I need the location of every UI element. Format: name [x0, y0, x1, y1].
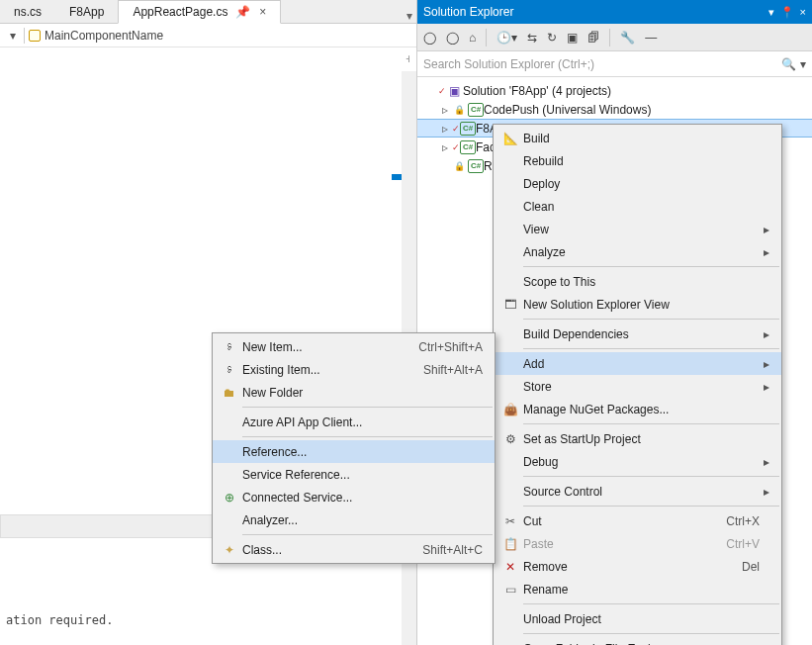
pin-icon[interactable]: 📌 [235, 5, 250, 19]
sync-icon[interactable]: ⇆ [527, 31, 537, 45]
menu-debug[interactable]: Debug▸ [494, 450, 781, 473]
navigation-bar: ▾ MainComponentName [0, 24, 416, 47]
tabbar-overflow-icon[interactable]: ▾ [406, 9, 412, 23]
chevron-right-icon: ▸ [760, 223, 769, 236]
menu-reference[interactable]: Reference... [213, 440, 495, 463]
sx-search: 🔍 ▾ [417, 51, 812, 77]
menu-builddeps[interactable]: Build Dependencies▸ [494, 322, 781, 345]
solution-label: Solution 'F8App' (4 projects) [463, 84, 611, 98]
menu-unload[interactable]: Unload Project [494, 607, 781, 630]
chevron-right-icon: ▸ [760, 455, 769, 469]
search-input[interactable] [423, 57, 777, 71]
solution-node[interactable]: ✓ ▣ Solution 'F8App' (4 projects) [417, 81, 812, 100]
lock-icon: 🔒 [454, 161, 465, 171]
expander-icon[interactable]: ▹ [439, 122, 451, 136]
collapse-icon[interactable]: ▣ [567, 31, 578, 45]
gear-icon: ⚙ [497, 432, 523, 446]
menu-newview[interactable]: 🗔New Solution Explorer View [494, 293, 781, 316]
menu-nuget[interactable]: 👜Manage NuGet Packages... [494, 398, 781, 420]
split-icon[interactable]: ⫞ [405, 51, 416, 69]
refresh-icon[interactable]: ↻ [547, 31, 557, 45]
sourcecontrol-icon: ✓ [438, 86, 446, 96]
menu-paste: 📋PasteCtrl+V [494, 532, 781, 555]
document-tabbar: ns.cs F8App AppReactPage.cs 📌 × ▾ [0, 0, 416, 24]
newitem-icon: ៜ [217, 340, 242, 354]
menu-rename[interactable]: ▭Rename [494, 578, 781, 600]
chevron-right-icon: ▸ [760, 245, 769, 259]
tab-f8app[interactable]: F8App [55, 1, 118, 23]
output-line: ation required. [0, 607, 402, 633]
chevron-right-icon: ▸ [760, 485, 769, 499]
search-options-icon[interactable]: ▾ [800, 57, 806, 71]
add-submenu: ៜNew Item...Ctrl+Shift+A ៜExisting Item.… [212, 332, 496, 564]
open-folder-icon: ↷ [497, 642, 523, 646]
chevron-right-icon: ▸ [760, 380, 769, 394]
nav-scope-dropdown[interactable]: ▾ [10, 29, 16, 43]
nav-member[interactable]: MainComponentName [45, 29, 163, 43]
solution-icon: ▣ [449, 84, 460, 98]
cut-icon: ✂ [497, 514, 523, 528]
home-icon[interactable]: ⌂ [469, 31, 476, 45]
delete-icon: ✕ [497, 560, 523, 574]
menu-clean[interactable]: Clean [494, 195, 781, 218]
back-icon[interactable]: ◯ [423, 31, 436, 45]
menu-add[interactable]: Add▸ [494, 352, 781, 375]
pin-icon[interactable]: 📍 [780, 6, 794, 19]
menu-scope[interactable]: Scope to This [494, 270, 781, 293]
menu-cut[interactable]: ✂CutCtrl+X [494, 509, 781, 532]
menu-analyzer[interactable]: Analyzer... [213, 508, 495, 531]
properties-icon[interactable]: 🔧 [620, 31, 635, 45]
menu-connectedservice[interactable]: ⊕Connected Service... [213, 486, 495, 508]
csharp-project-icon: C# [460, 140, 476, 154]
menu-deploy[interactable]: Deploy [494, 172, 781, 195]
showall-icon[interactable]: 🗐 [587, 31, 599, 45]
menu-build[interactable]: 📐Build [494, 127, 781, 149]
chevron-right-icon: ▸ [760, 327, 769, 341]
forward-icon[interactable]: ◯ [446, 31, 459, 45]
connectedservice-icon: ⊕ [217, 491, 242, 505]
rename-icon: ▭ [497, 583, 523, 597]
more-icon[interactable]: — [645, 31, 657, 45]
menu-view[interactable]: View▸ [494, 218, 781, 240]
menu-store[interactable]: Store▸ [494, 375, 781, 398]
property-icon [29, 30, 41, 42]
menu-newfolder[interactable]: 🖿New Folder [213, 381, 495, 404]
project-context-menu: 📐Build Rebuild Deploy Clean View▸ Analyz… [493, 124, 782, 645]
project-label: CodePush (Universal Windows) [484, 103, 651, 117]
paste-icon: 📋 [497, 537, 523, 551]
sx-title: Solution Explorer [423, 5, 763, 19]
class-icon: ✦ [217, 543, 242, 557]
project-codepush[interactable]: ▹ 🔒 C# CodePush (Universal Windows) [417, 100, 812, 119]
lock-icon: 🔒 [454, 105, 465, 115]
close-icon[interactable]: × [800, 6, 806, 18]
menu-openfolder[interactable]: ↷Open Folder in File Explorer [494, 637, 781, 645]
sx-titlebar: Solution Explorer ▾ 📍 × [417, 0, 812, 24]
menu-analyze[interactable]: Analyze▸ [494, 240, 781, 263]
menu-rebuild[interactable]: Rebuild [494, 149, 781, 172]
chevron-right-icon: ▸ [760, 357, 769, 371]
csharp-project-icon: C# [468, 159, 484, 173]
search-icon[interactable]: 🔍 [781, 57, 796, 71]
sourcecontrol-icon: ✓ [452, 124, 460, 134]
expander-icon[interactable]: ▹ [439, 140, 451, 154]
window-menu-icon[interactable]: ▾ [768, 6, 774, 19]
tab-ns[interactable]: ns.cs [0, 1, 55, 23]
menu-class[interactable]: ✦Class...Shift+Alt+C [213, 538, 495, 561]
menu-startup[interactable]: ⚙Set as StartUp Project [494, 427, 781, 450]
tab-appreactpage[interactable]: AppReactPage.cs 📌 × [118, 0, 281, 24]
menu-servicereference[interactable]: Service Reference... [213, 463, 495, 486]
scope-icon[interactable]: 🕒▾ [496, 31, 517, 45]
newview-icon: 🗔 [497, 298, 523, 312]
menu-remove[interactable]: ✕RemoveDel [494, 555, 781, 578]
menu-sourcecontrol[interactable]: Source Control▸ [494, 480, 781, 503]
sourcecontrol-icon: ✓ [452, 142, 460, 152]
close-icon[interactable]: × [259, 5, 266, 19]
menu-existingitem[interactable]: ៜExisting Item...Shift+Alt+A [213, 358, 495, 381]
build-icon: 📐 [497, 132, 523, 145]
newfolder-icon: 🖿 [217, 386, 242, 400]
csharp-project-icon: C# [460, 122, 476, 136]
menu-azure[interactable]: Azure API App Client... [213, 411, 495, 433]
menu-newitem[interactable]: ៜNew Item...Ctrl+Shift+A [213, 335, 495, 358]
expander-icon[interactable]: ▹ [439, 103, 451, 117]
sx-toolbar: ◯ ◯ ⌂ 🕒▾ ⇆ ↻ ▣ 🗐 🔧 — [417, 24, 812, 51]
